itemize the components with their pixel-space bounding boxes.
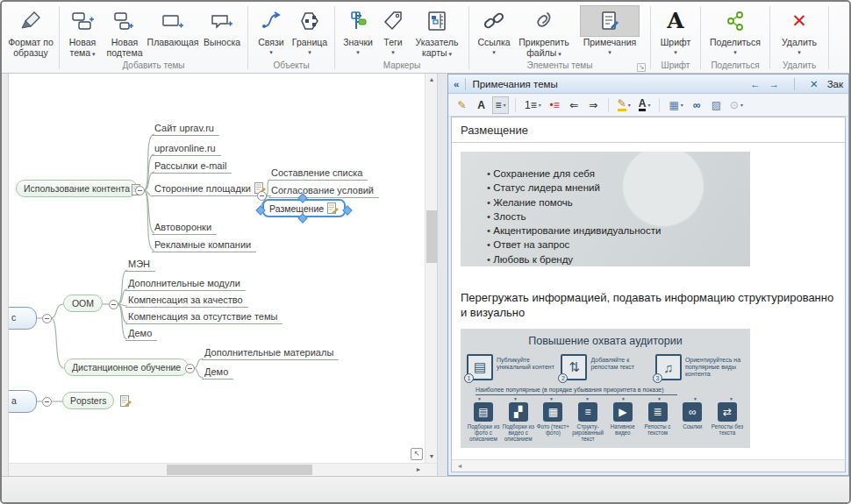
note-paragraph: Перегружать информацией, подавать информ… bbox=[461, 290, 843, 320]
topic-quality-comp[interactable]: Компенсация за качество bbox=[125, 295, 248, 308]
chevron-down-icon: ▾ bbox=[504, 102, 506, 108]
scroll-left-icon[interactable]: ◄ bbox=[454, 460, 466, 472]
topic-extra-modules[interactable]: Дополнительные модули bbox=[125, 278, 246, 291]
topic-ads[interactable]: Рекламные компании bbox=[152, 239, 256, 252]
collapse-toggle[interactable] bbox=[42, 397, 52, 407]
topic-men[interactable]: МЭН bbox=[125, 259, 155, 272]
indent-button[interactable]: ⇒ bbox=[585, 96, 602, 114]
share-button[interactable]: Поделиться ▾ bbox=[707, 5, 763, 55]
font-icon: A bbox=[667, 5, 683, 37]
topic-list-making[interactable]: Составление списка bbox=[268, 167, 368, 181]
close-panel-label[interactable]: Зак bbox=[827, 79, 843, 89]
scrollbar-thumb[interactable] bbox=[167, 465, 312, 475]
topic-autofunnels[interactable]: Автоворонки bbox=[152, 222, 217, 235]
insert-table-button[interactable]: ▦▾ bbox=[666, 96, 685, 114]
topic-demo-oom[interactable]: Демо bbox=[125, 328, 157, 341]
collapse-panel-icon[interactable]: « bbox=[454, 79, 459, 89]
ribbon-group-markers: Значки ▾ Теги ▾ Указатель карты▾ bbox=[338, 3, 466, 73]
note-icon[interactable] bbox=[120, 395, 132, 407]
collapse-toggle[interactable] bbox=[185, 364, 195, 373]
map-index-button[interactable]: Указатель карты▾ bbox=[410, 5, 464, 58]
topic-partial-top[interactable]: с bbox=[9, 307, 37, 330]
note-icon[interactable] bbox=[327, 202, 339, 214]
photo-collection-icon: ▤ bbox=[474, 402, 493, 422]
new-topic-button[interactable]: Новая тема▾ bbox=[63, 5, 102, 58]
forward-icon[interactable]: → bbox=[769, 79, 779, 89]
collapse-toggle[interactable] bbox=[135, 186, 145, 195]
outdent-button[interactable]: ⇐ bbox=[566, 96, 583, 114]
link-button[interactable]: Ссылка ▾ bbox=[475, 5, 513, 55]
font-dialog-button[interactable]: A bbox=[473, 96, 490, 114]
repost-no-text-icon: ⇄ bbox=[718, 402, 737, 422]
infographic-step: ▤1 Публикуйте уникальный контент bbox=[467, 354, 555, 380]
attach-files-button[interactable]: Прикрепить файлы▾ bbox=[515, 5, 573, 58]
close-panel-icon[interactable]: ✕ bbox=[810, 78, 819, 90]
collapse-toggle[interactable] bbox=[42, 314, 52, 323]
content-type-item: ▦Фото (текст+ фото) bbox=[536, 402, 569, 442]
format-painter-button[interactable]: Формат по образцу bbox=[5, 5, 56, 58]
native-video-icon: ▶ bbox=[613, 402, 633, 422]
notes-editor[interactable]: Размещение Сохранение для себя Статус ли… bbox=[451, 117, 846, 472]
chevron-down-icon: ▾ bbox=[269, 49, 273, 55]
bullet-list-button[interactable]: •≡ bbox=[547, 96, 563, 114]
scrollbar-thumb[interactable] bbox=[426, 210, 437, 263]
font-button[interactable]: A Шрифт ▾ bbox=[656, 5, 695, 55]
topic-partial-bottom[interactable]: а bbox=[9, 390, 37, 413]
note-image-bullets[interactable]: Сохранение для себя Статус лидера мнений… bbox=[461, 152, 750, 266]
infographic-title: Повышение охвата аудитории bbox=[467, 335, 744, 347]
canvas-left-edge bbox=[2, 74, 9, 476]
callout-button[interactable]: Выноска bbox=[200, 5, 244, 48]
topic-oom[interactable]: ООМ bbox=[63, 295, 103, 312]
delete-label: Удалить bbox=[782, 38, 817, 48]
tags-button[interactable]: Теги ▾ bbox=[378, 5, 408, 55]
new-subtopic-button[interactable]: Новая подтема bbox=[104, 5, 146, 58]
topic-upravonline[interactable]: upravonline.ru bbox=[152, 143, 221, 156]
note-image-infographic[interactable]: Повышение охвата аудитории ▤1 Публикуйте… bbox=[461, 329, 750, 448]
topic-demo-distance[interactable]: Демо bbox=[202, 366, 233, 380]
notes-horizontal-scrollbar[interactable]: ◄ bbox=[452, 459, 845, 472]
fit-map-button[interactable]: ↖ bbox=[411, 448, 423, 460]
dialog-launcher-icon[interactable]: ↘ bbox=[637, 63, 646, 72]
floating-topic-button[interactable]: Плавающая bbox=[147, 5, 198, 48]
topic-email[interactable]: Рассылки e-mail bbox=[152, 160, 232, 174]
format-brush-button[interactable]: ✎ bbox=[454, 96, 470, 114]
infographic-bracket-label: Наиболее популярные (в порядке убывания … bbox=[476, 387, 677, 395]
insert-link-button[interactable]: ∞ bbox=[689, 96, 705, 114]
numbered-list-button[interactable]: 1≡▾ bbox=[522, 96, 544, 114]
panel-splitter[interactable] bbox=[437, 74, 447, 476]
insert-image-button[interactable]: ▨ bbox=[708, 96, 725, 114]
content-type-item: ≣Репосты с текстом bbox=[641, 402, 675, 442]
topic-placement-selected[interactable]: Размещение bbox=[262, 199, 346, 217]
relationships-button[interactable]: Связи ▾ bbox=[254, 5, 289, 55]
list-item: Желание помочь bbox=[487, 195, 750, 209]
map-index-icon bbox=[426, 5, 448, 37]
notes-button[interactable]: Примечания ▾ bbox=[575, 5, 645, 55]
scroll-up-icon[interactable]: ▲ bbox=[426, 74, 438, 86]
collapse-toggle[interactable] bbox=[109, 300, 118, 309]
topic-terms[interactable]: Согласование условий bbox=[268, 185, 379, 198]
highlight-button[interactable]: ✎▾ bbox=[615, 96, 633, 114]
topic-extra-materials[interactable]: Дополнительные материалы bbox=[202, 347, 339, 360]
align-button[interactable]: ≡▾ bbox=[492, 96, 509, 114]
topic-distance-learning[interactable]: Дистанционное обучение bbox=[64, 358, 189, 376]
topic-usage[interactable]: Использование контента bbox=[16, 180, 138, 197]
icons-button[interactable]: Значки ▾ bbox=[340, 5, 376, 55]
mindmap-canvas[interactable]: Использование контента Сайт uprav.ru upr… bbox=[9, 74, 425, 463]
scroll-right-icon[interactable]: ► bbox=[412, 464, 425, 476]
map-horizontal-scrollbar[interactable]: ► bbox=[9, 463, 437, 476]
back-icon[interactable]: ← bbox=[750, 79, 761, 89]
content-type-item: ▞Подборки из видео с описанием bbox=[502, 402, 535, 442]
chevron-down-icon: ▾ bbox=[449, 51, 453, 57]
topic-site[interactable]: Сайт uprav.ru bbox=[152, 123, 219, 136]
topic-popsters[interactable]: Popsters bbox=[62, 392, 114, 409]
scroll-down-icon[interactable]: ▼ bbox=[426, 451, 438, 463]
delete-button[interactable]: ✕ Удалить ▾ bbox=[776, 5, 822, 55]
boundary-button[interactable]: Граница ▾ bbox=[290, 5, 329, 55]
timestamp-button[interactable]: ⊙▾ bbox=[727, 96, 746, 114]
topic-third-party[interactable]: Сторонние площадки bbox=[152, 182, 271, 196]
notes-panel: « Примечания темы ← → ✕ Зак ✎ A ≡▾ 1≡▾ •… bbox=[447, 74, 849, 476]
map-vertical-scrollbar[interactable]: ▲ ▼ bbox=[425, 74, 437, 463]
topic-no-topic-comp[interactable]: Компенсация за отсутствие темы bbox=[125, 311, 282, 324]
ribbon-group-font: A Шрифт ▾ Шрифт bbox=[654, 3, 697, 73]
font-color-button[interactable]: A▾ bbox=[636, 96, 654, 114]
